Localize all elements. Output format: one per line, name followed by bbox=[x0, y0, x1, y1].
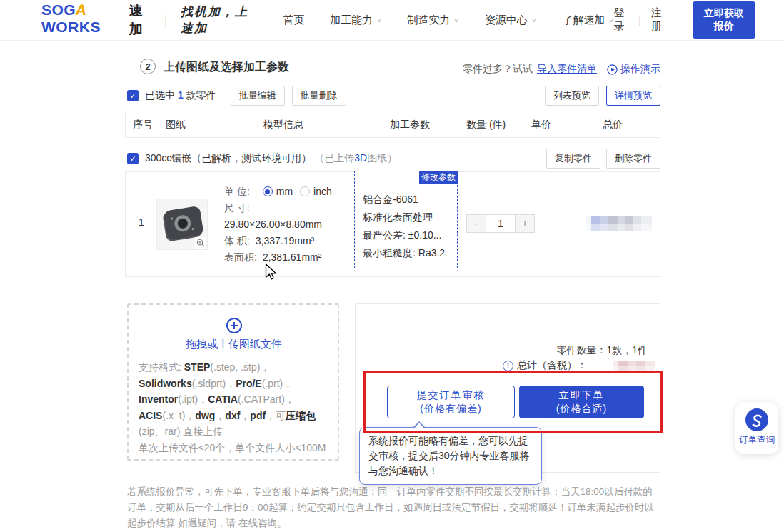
header-bar: SOGAWORKS 速加 ｜ 找机加，上速加 首页 加工能力 ∨ 制造实力 ∨ … bbox=[0, 0, 784, 41]
part-thumbnail[interactable] bbox=[156, 199, 208, 250]
quantity-decrease-button[interactable]: - bbox=[466, 214, 486, 233]
part-row: 1 bbox=[125, 171, 660, 277]
order-actions: 提交订单审核 (价格有偏差) 立即下单 (价格合适) bbox=[387, 386, 644, 418]
logo-bolt-a: A bbox=[75, 1, 89, 19]
selected-count: 1 bbox=[178, 89, 184, 101]
chevron-down-icon: ∨ bbox=[531, 17, 536, 23]
footer-disclaimer: 若系统报价异常，可先下单，专业客服下单后将与您沟通；同一订单内零件交期不同按最长… bbox=[127, 484, 660, 531]
demo-button[interactable]: 操作演示 bbox=[607, 63, 660, 76]
play-icon bbox=[607, 64, 618, 75]
part-checkbox[interactable]: ✓ bbox=[127, 153, 139, 164]
list-preview-button[interactable]: 列表预览 bbox=[545, 86, 599, 106]
info-icon: ! bbox=[503, 361, 513, 371]
column-header-params: 加工参数 bbox=[390, 119, 430, 131]
edit-params-badge[interactable]: 修改参数 bbox=[419, 171, 458, 184]
param-surface: 标准化表面处理 bbox=[363, 209, 454, 226]
logo-text-sog: SOG bbox=[41, 1, 76, 18]
review-tooltip: 系统报价可能略有偏差，您可以先提交审核，提交后30分钟内专业客服将与您沟通确认！ bbox=[359, 427, 542, 485]
logo-text-cn: 速加 bbox=[129, 1, 151, 39]
order-query-icon bbox=[745, 408, 768, 431]
quantity-stepper: - 1 + bbox=[466, 214, 535, 233]
magnifier-icon[interactable] bbox=[195, 237, 206, 249]
upload-limit-text: 单次上传文件≤20个，单个文件大小<100M bbox=[139, 440, 329, 456]
register-link[interactable]: 注册 bbox=[651, 6, 665, 34]
column-header-total-price: 总价 bbox=[603, 119, 623, 131]
order-query-floating-button[interactable]: 订单查询 bbox=[735, 402, 778, 454]
brand-tagline: 找机加，上速加 bbox=[181, 4, 257, 36]
step-meta: 零件过多？试试 导入零件清单 操作演示 bbox=[463, 63, 660, 76]
selected-count-label: 已选中 1 款零件 bbox=[145, 89, 216, 102]
column-header-unit-price: 单价 bbox=[531, 119, 551, 131]
parts-table-header: 序号 图纸 模型信息 加工参数 数量 (件) 单价 总价 bbox=[125, 111, 660, 138]
upload-title[interactable]: 拖拽或上传图纸文件 bbox=[139, 338, 329, 351]
unit-mm-label[interactable]: mm bbox=[276, 184, 293, 199]
volume-value: 3,337.19mm³ bbox=[256, 234, 314, 248]
unit-inch-label[interactable]: inch bbox=[313, 184, 332, 199]
order-now-button[interactable]: 立即下单 (价格合适) bbox=[519, 386, 644, 418]
part-index: 1 bbox=[139, 216, 144, 228]
parts-quantity-value: 1款，1件 bbox=[606, 344, 648, 356]
batch-edit-button[interactable]: 批量编辑 bbox=[231, 86, 285, 106]
nav-item-resources[interactable]: 资源中心 ∨ bbox=[485, 14, 536, 27]
chevron-down-icon: ∨ bbox=[376, 17, 381, 23]
detail-preview-button[interactable]: 详情预览 bbox=[606, 86, 660, 106]
part-row-header: ✓ 300cc镶嵌（已解析，测试环境可用） （已上传3D图纸） 复制零件 删除零… bbox=[127, 149, 660, 168]
nav-item-home[interactable]: 首页 bbox=[283, 14, 304, 27]
part-title: 300cc镶嵌（已解析，测试环境可用） bbox=[145, 152, 311, 165]
area-label: 表面积: bbox=[224, 250, 257, 264]
total-price-redacted-blur bbox=[613, 361, 655, 371]
select-all-checkbox[interactable]: ✓ bbox=[127, 90, 139, 101]
column-header-quantity: 数量 (件) bbox=[466, 119, 506, 131]
plus-circle-icon bbox=[226, 317, 243, 334]
order-query-label: 订单查询 bbox=[739, 434, 775, 446]
logo[interactable]: SOGAWORKS 速加 bbox=[41, 1, 151, 39]
param-roughness: 最小粗糙度: Ra3.2 bbox=[363, 244, 454, 262]
model-info: 单 位: mm inch 尺 寸: 29.80×26.00×8.80mm 体 积… bbox=[224, 184, 332, 266]
nav-item-strength[interactable]: 制造实力 ∨ bbox=[408, 14, 459, 27]
unit-mm-radio[interactable] bbox=[263, 186, 273, 196]
nav-item-about[interactable]: 了解速加 ∨ bbox=[562, 14, 613, 27]
unit-inch-radio[interactable] bbox=[300, 186, 310, 196]
upload-dropzone[interactable]: 拖拽或上传图纸文件 支持格式: STEP(.step, .stp)，Solidw… bbox=[127, 303, 339, 461]
auth-divider: | bbox=[638, 14, 641, 26]
quantity-input[interactable]: 1 bbox=[486, 214, 515, 233]
import-parts-list-link[interactable]: 导入零件清单 bbox=[537, 63, 597, 76]
parts-quantity-line: 零件数量：1款，1件 bbox=[556, 344, 648, 357]
header-auth: 登录 | 注册 立即获取报价 bbox=[614, 1, 755, 39]
nav-item-capability[interactable]: 加工能力 ∨ bbox=[330, 14, 381, 27]
chevron-down-icon: ∨ bbox=[608, 17, 613, 23]
column-header-index: 序号 bbox=[133, 119, 153, 131]
delete-part-button[interactable]: 删除零件 bbox=[606, 149, 660, 169]
total-line: ! 总计（含税）： bbox=[503, 359, 655, 372]
quantity-increase-button[interactable]: + bbox=[515, 214, 535, 233]
machining-params-box[interactable]: 修改参数 铝合金-6061 标准化表面处理 最严公差: ±0.10... 最小粗… bbox=[354, 171, 458, 268]
logo-text-works: WORKS bbox=[41, 19, 101, 35]
unit-row: 单 位: mm inch bbox=[224, 184, 332, 199]
size-label: 尺 寸: bbox=[224, 201, 250, 215]
upload-formats-text: 支持格式: STEP(.step, .stp)，Solidworks(.sldp… bbox=[139, 359, 329, 440]
column-header-drawing: 图纸 bbox=[166, 119, 186, 131]
param-material: 铝合金-6061 bbox=[363, 191, 454, 209]
size-value: 29.80×26.00×8.80mm bbox=[224, 217, 322, 231]
selection-toolbar: ✓ 已选中 1 款零件 批量编辑 批量删除 列表预览 详情预览 bbox=[127, 86, 660, 106]
step-number-badge: 2 bbox=[140, 59, 156, 74]
main-nav: 首页 加工能力 ∨ 制造实力 ∨ 资源中心 ∨ 了解速加 ∨ bbox=[283, 14, 613, 27]
params-list: 铝合金-6061 标准化表面处理 最严公差: ±0.10... 最小粗糙度: R… bbox=[355, 171, 457, 262]
submit-order-review-button[interactable]: 提交订单审核 (价格有偏差) bbox=[387, 386, 515, 418]
volume-label: 体 积: bbox=[224, 234, 250, 248]
tooltip-text: 系统报价可能略有偏差，您可以先提交审核，提交后30分钟内专业客服将与您沟通确认！ bbox=[368, 435, 530, 476]
too-many-parts-hint: 零件过多？试试 bbox=[463, 63, 533, 76]
online-consult-link[interactable]: 在线咨询。 bbox=[238, 518, 287, 528]
param-tolerance: 最严公差: ±0.10... bbox=[363, 226, 454, 244]
price-redacted-blur bbox=[586, 216, 652, 231]
page: SOGAWORKS 速加 ｜ 找机加，上速加 首页 加工能力 ∨ 制造实力 ∨ … bbox=[0, 0, 784, 532]
page-title: 上传图纸及选择加工参数 bbox=[164, 60, 289, 75]
copy-part-button[interactable]: 复制零件 bbox=[546, 149, 600, 169]
login-link[interactable]: 登录 bbox=[614, 6, 628, 34]
column-header-model: 模型信息 bbox=[263, 119, 303, 131]
batch-delete-button[interactable]: 批量删除 bbox=[292, 86, 346, 106]
get-quote-button[interactable]: 立即获取报价 bbox=[693, 1, 755, 39]
part-upload-note: （已上传3D图纸） bbox=[311, 152, 397, 165]
logo-divider: ｜ bbox=[159, 11, 172, 29]
area-value: 2,381.61mm² bbox=[263, 250, 321, 264]
